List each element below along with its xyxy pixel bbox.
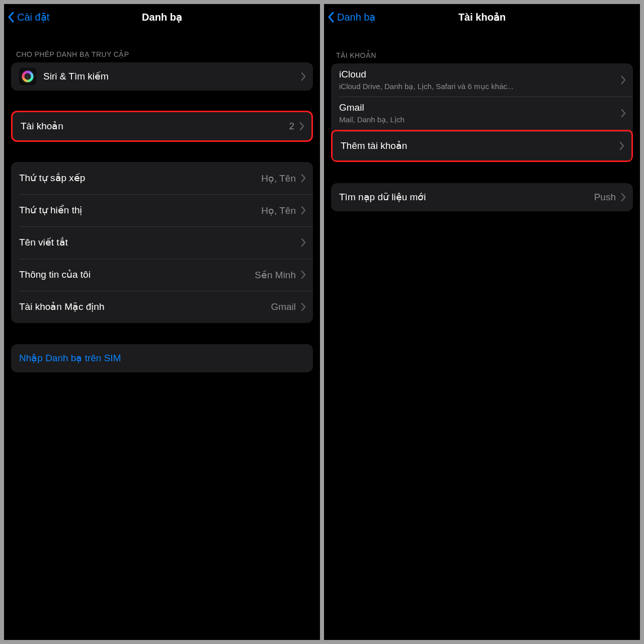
- chevron-right-icon: [301, 206, 306, 215]
- row-sub: iCloud Drive, Danh bạ, Lịch, Safari và 6…: [339, 82, 621, 92]
- row-value: Push: [594, 192, 616, 203]
- group-import-sim: Nhập Danh bạ trên SIM: [11, 344, 313, 372]
- row-sort-order[interactable]: Thứ tự sắp xếp Họ, Tên: [11, 162, 313, 194]
- chevron-right-icon: [301, 72, 306, 81]
- row-label: Tài khoản Mặc định: [19, 301, 271, 313]
- row-value: Họ, Tên: [261, 205, 296, 216]
- row-label: Nhập Danh bạ trên SIM: [19, 352, 306, 364]
- group-display-prefs: Thứ tự sắp xếp Họ, Tên Thứ tự hiển thị H…: [11, 162, 313, 323]
- chevron-right-icon: [621, 75, 626, 85]
- row-value: 2: [289, 121, 294, 132]
- row-short-name[interactable]: Tên viết tắt: [11, 226, 313, 259]
- row-label: Gmail: [339, 102, 621, 114]
- group-account-list: iCloud iCloud Drive, Danh bạ, Lịch, Safa…: [331, 63, 633, 162]
- chevron-right-icon: [301, 174, 306, 183]
- row-account-gmail[interactable]: Gmail Mail, Danh bạ, Lịch: [331, 97, 633, 130]
- screen-accounts: Danh bạ Tài khoản TÀI KHOẢN iCloud iClou…: [324, 4, 640, 640]
- group-siri: Siri & Tìm kiếm: [11, 62, 313, 91]
- row-label: Thêm tài khoản: [341, 140, 619, 152]
- section-header-accounts: TÀI KHOẢN: [331, 30, 633, 63]
- row-label: Thứ tự sắp xếp: [19, 172, 261, 184]
- row-label: Thứ tự hiển thị: [19, 204, 261, 216]
- row-add-account-highlighted[interactable]: Thêm tài khoản: [331, 130, 633, 162]
- row-my-info[interactable]: Thông tin của tôi Sền Minh: [11, 259, 313, 291]
- row-label: Tìm nạp dữ liệu mới: [339, 191, 594, 203]
- navbar: Cài đặt Danh bạ: [4, 4, 320, 30]
- chevron-right-icon: [621, 109, 626, 118]
- row-fetch-new-data[interactable]: Tìm nạp dữ liệu mới Push: [331, 183, 633, 211]
- chevron-right-icon: [621, 193, 626, 202]
- group-fetch: Tìm nạp dữ liệu mới Push: [331, 183, 633, 211]
- chevron-right-icon: [301, 238, 306, 247]
- chevron-left-icon: [8, 11, 15, 23]
- page-title: Danh bạ: [142, 11, 182, 23]
- chevron-left-icon: [328, 11, 335, 23]
- back-label: Cài đặt: [17, 11, 49, 23]
- row-label: Tên viết tắt: [19, 236, 301, 249]
- back-button[interactable]: Cài đặt: [8, 4, 49, 30]
- chevron-right-icon: [619, 141, 624, 150]
- navbar: Danh bạ Tài khoản: [324, 4, 640, 30]
- row-label: iCloud: [339, 68, 621, 80]
- row-default-account[interactable]: Tài khoản Mặc định Gmail: [11, 291, 313, 323]
- content: TÀI KHOẢN iCloud iCloud Drive, Danh bạ, …: [324, 30, 640, 211]
- group-accounts-highlighted: Tài khoản 2: [11, 111, 313, 142]
- row-label: Tài khoản: [21, 120, 289, 132]
- back-label: Danh bạ: [337, 11, 376, 23]
- chevron-right-icon: [301, 270, 306, 279]
- chevron-right-icon: [301, 302, 306, 311]
- page-title: Tài khoản: [458, 11, 506, 23]
- back-button[interactable]: Danh bạ: [328, 4, 376, 30]
- screen-contacts-settings: Cài đặt Danh bạ CHO PHÉP DANH BẠ TRUY CẬ…: [4, 4, 320, 640]
- row-value: Gmail: [271, 301, 296, 312]
- row-label: Thông tin của tôi: [19, 269, 255, 281]
- row-value: Sền Minh: [255, 269, 296, 281]
- row-value: Họ, Tên: [261, 173, 296, 184]
- content: CHO PHÉP DANH BẠ TRUY CẬP Siri & Tìm kiế…: [4, 30, 320, 372]
- chevron-right-icon: [299, 122, 304, 131]
- siri-icon: [19, 68, 36, 85]
- row-label: Siri & Tìm kiếm: [43, 70, 301, 83]
- row-display-order[interactable]: Thứ tự hiển thị Họ, Tên: [11, 194, 313, 226]
- row-account-icloud[interactable]: iCloud iCloud Drive, Danh bạ, Lịch, Safa…: [331, 63, 633, 97]
- row-import-sim[interactable]: Nhập Danh bạ trên SIM: [11, 344, 313, 372]
- section-header-access: CHO PHÉP DANH BẠ TRUY CẬP: [11, 30, 313, 62]
- row-accounts[interactable]: Tài khoản 2: [13, 112, 311, 140]
- row-sub: Mail, Danh bạ, Lịch: [339, 115, 621, 125]
- row-siri-search[interactable]: Siri & Tìm kiếm: [11, 62, 313, 91]
